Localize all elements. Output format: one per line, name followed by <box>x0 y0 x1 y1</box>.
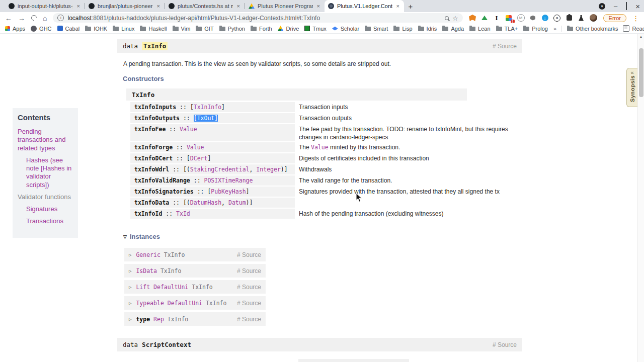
field-name[interactable]: txInfoSignatories <box>134 188 194 195</box>
tab-close-icon[interactable]: × <box>395 3 400 9</box>
field-name[interactable]: txInfoValidRange <box>134 177 190 184</box>
inline-code-link[interactable]: Value <box>311 144 329 151</box>
puzzle-icon[interactable] <box>566 14 573 22</box>
back-button[interactable]: ← <box>5 15 12 22</box>
minimize-button[interactable] <box>614 3 617 10</box>
type-link[interactable]: Lift <box>136 284 150 291</box>
page-scrollbar[interactable] <box>637 34 644 362</box>
toc-link[interactable]: Hashes (see note [Hashes in validator sc… <box>18 156 73 189</box>
bookmark-vim[interactable]: Vim <box>173 26 191 32</box>
instance-row[interactable]: Lift DefaultUni TxInfo# Source <box>124 280 266 294</box>
field-name[interactable]: txInfoForge <box>134 144 173 151</box>
bookmark-smart[interactable]: Smart <box>365 26 388 32</box>
new-tab-button[interactable]: + <box>404 0 417 12</box>
flask-icon[interactable] <box>578 14 585 22</box>
scriptcontext-source-link[interactable]: # Source <box>493 341 517 348</box>
instances-header[interactable]: Instances <box>123 233 160 240</box>
bookmarks-overflow-chevron[interactable]: » <box>553 26 556 32</box>
close-window-button[interactable] <box>635 3 640 10</box>
bookmark-apps[interactable]: Apps <box>5 26 25 32</box>
bookmark-ghc[interactable]: GHC <box>31 26 51 32</box>
instance-row[interactable]: IsData TxInfo# Source <box>124 264 266 278</box>
bookmark-cabal[interactable]: Cabal <box>57 26 80 32</box>
collapse-triangle-icon[interactable] <box>123 234 127 239</box>
txinfo-source-link[interactable]: # Source <box>493 43 517 50</box>
expand-triangle-icon[interactable] <box>129 301 131 306</box>
toc-link[interactable]: Transactions <box>18 217 73 225</box>
browser-tab[interactable]: Plutus Pioneer Program× <box>245 0 325 12</box>
bookmark-haskell[interactable]: Haskell <box>140 26 167 32</box>
bookmark-star-icon[interactable] <box>452 14 458 23</box>
toc-link[interactable]: Validator functions <box>18 193 73 201</box>
scrollbar-thumb[interactable] <box>639 48 643 97</box>
browser-menu-icon[interactable] <box>632 14 639 23</box>
forward-button[interactable]: → <box>18 15 25 22</box>
browser-tab[interactable]: input-output-hk/plutus-p× <box>5 0 85 12</box>
bookmark-agda[interactable]: Agda <box>442 26 464 32</box>
type-link[interactable]: TxId <box>176 210 190 217</box>
tab-close-icon[interactable]: × <box>76 3 81 9</box>
instance-source-link[interactable]: # Source <box>237 316 261 323</box>
scrollbar-up-arrow[interactable] <box>639 35 642 38</box>
type-link[interactable]: StakingCredential <box>190 166 250 173</box>
media-controls-icon[interactable]: ▾ <box>599 3 605 10</box>
field-name[interactable]: txInfoWdrl <box>134 166 169 173</box>
selected-type-link[interactable]: [TxOut] <box>194 115 218 122</box>
bookmark-lean[interactable]: Lean <box>469 26 490 32</box>
type-link[interactable]: DefaultUni <box>168 300 202 307</box>
type-link[interactable]: DCert <box>190 155 208 162</box>
instance-row[interactable]: Typeable DefaultUni TxInfo# Source <box>124 296 266 310</box>
synopsis-tab[interactable]: « Synopsis <box>626 68 637 107</box>
type-link[interactable]: DefaultUni <box>153 284 188 291</box>
type-link[interactable]: Datum <box>228 199 246 206</box>
field-name[interactable]: txInfoOutputs <box>134 115 180 122</box>
type-link[interactable]: Generic <box>136 251 160 258</box>
letter-i-icon[interactable]: I <box>493 14 501 22</box>
field-name[interactable]: txInfoFee <box>134 126 166 133</box>
type-link[interactable]: TxInInfo <box>194 104 221 111</box>
browser-tab[interactable]: brunjlar/plutus-pioneer-× <box>85 0 165 12</box>
reading-list-button[interactable]: Reading list <box>623 25 644 32</box>
metamask-fox-icon[interactable] <box>469 14 476 22</box>
field-name[interactable]: txInfoId <box>134 210 162 217</box>
cube-icon[interactable] <box>529 14 537 22</box>
browser-tab[interactable]: Plutus.V1.Ledger.Context× <box>325 0 404 12</box>
a-circle-icon[interactable]: a <box>553 14 561 22</box>
green-triangle-icon[interactable] <box>481 14 489 22</box>
type-link[interactable]: Value <box>180 126 197 133</box>
type-link[interactable]: PubKeyHash <box>211 188 246 195</box>
profile-avatar-icon[interactable] <box>590 14 597 22</box>
bookmark-forth[interactable]: Forth <box>251 26 272 32</box>
zoom-icon[interactable] <box>445 16 449 20</box>
blue-download-icon[interactable]: ↓ <box>541 14 549 22</box>
field-name[interactable]: txInfoInputs <box>134 104 176 111</box>
instance-row[interactable]: type Rep TxInfo# Source <box>124 312 266 326</box>
error-button[interactable]: Error <box>603 14 626 22</box>
type-link[interactable]: Integer <box>256 166 280 173</box>
expand-triangle-icon[interactable] <box>129 285 131 290</box>
type-link[interactable]: Rep <box>153 316 164 323</box>
type-link[interactable]: POSIXTimeRange <box>204 177 253 184</box>
toc-link[interactable]: Signatures <box>18 205 73 213</box>
bookmark-scholar[interactable]: Scholar <box>332 26 359 32</box>
grid-badge-icon[interactable]: 1 <box>505 14 513 22</box>
site-info-icon[interactable] <box>57 15 64 21</box>
instance-source-link[interactable]: # Source <box>237 267 261 275</box>
type-link[interactable]: IsData <box>136 267 157 275</box>
bookmark-tmux[interactable]: Tmux <box>304 26 327 32</box>
instance-source-link[interactable]: # Source <box>237 284 261 291</box>
tab-close-icon[interactable]: × <box>156 3 161 9</box>
address-bar[interactable]: localhost:8081/plutus-haddock/plutus-led… <box>53 13 462 23</box>
bookmark-tla-[interactable]: TLA+ <box>496 26 518 32</box>
field-name[interactable]: txInfoDCert <box>134 155 173 162</box>
home-button[interactable] <box>43 14 47 23</box>
bookmark-drive[interactable]: Drive <box>278 26 299 32</box>
bookmark-lisp[interactable]: Lisp <box>393 26 412 32</box>
expand-triangle-icon[interactable] <box>129 252 131 257</box>
tab-close-icon[interactable]: × <box>236 3 241 9</box>
reload-button[interactable] <box>30 14 38 22</box>
type-link[interactable]: Value <box>187 144 204 151</box>
instance-source-link[interactable]: # Source <box>237 300 261 307</box>
other-bookmarks-button[interactable]: Other bookmarks <box>567 26 618 32</box>
expand-triangle-icon[interactable] <box>129 268 131 274</box>
